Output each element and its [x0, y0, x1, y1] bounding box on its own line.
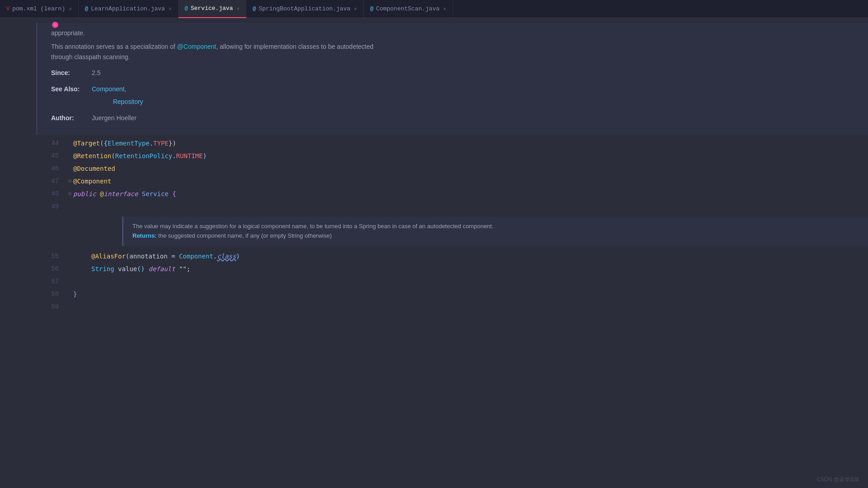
ln-56: 56: [41, 263, 68, 275]
ln-59: 59: [41, 300, 68, 313]
ln-58: 58: [41, 288, 68, 300]
doc-text-appropriate: appropriate.: [51, 28, 859, 38]
ln-46: 46: [41, 162, 68, 175]
inline-doc-text: The value may indicate a suggestion for …: [132, 222, 859, 231]
tab-icon-service: @: [185, 5, 188, 12]
component-ref: @Component: [177, 43, 217, 50]
annotation-target: @Target: [73, 140, 100, 147]
code-line-49: 49: [41, 200, 868, 213]
tab-component[interactable]: @ ComponentScan.java ✕: [364, 0, 453, 18]
code-line-59: 59: [41, 300, 868, 313]
ln-44: 44: [41, 137, 68, 150]
tab-close-pom[interactable]: ✕: [69, 6, 72, 12]
code-44: @Target({ElementType.TYPE}): [73, 137, 176, 150]
tab-service[interactable]: @ Service.java ✕: [179, 0, 246, 18]
code-section: 44 @Target({ElementType.TYPE}) 45 @Reten…: [41, 137, 868, 313]
author-value: Juergen Hoeller: [92, 112, 137, 124]
main-content: appropriate. This annotation serves as a…: [0, 18, 868, 488]
tab-learn[interactable]: @ LearnApplication.java ✕: [79, 0, 179, 18]
tab-label-component: ComponentScan.java: [376, 5, 439, 12]
doc-block-top: appropriate. This annotation serves as a…: [36, 23, 868, 135]
code-56: String value() default "";: [91, 263, 190, 275]
returns-label: Returns:: [132, 232, 156, 239]
ln-55: 55: [41, 250, 68, 263]
tab-label-springboot: SpringBootApplication.java: [259, 5, 350, 12]
code-line-44: 44 @Target({ElementType.TYPE}): [41, 137, 868, 150]
ln-49: 49: [41, 200, 68, 213]
code-line-46: 46 @Documented: [41, 162, 868, 175]
code-45: @Retention(RetentionPolicy.RUNTIME): [73, 150, 207, 162]
inline-doc-container: The value may indicate a suggestion for …: [77, 216, 868, 246]
tab-icon-springboot: @: [253, 6, 256, 12]
tab-label-service: Service.java: [191, 5, 233, 12]
tab-close-springboot[interactable]: ✕: [354, 6, 357, 12]
code-line-48: 48 ⊖ public @interface Service {: [41, 188, 868, 200]
inline-doc-returns: Returns: the suggested component name, i…: [132, 231, 859, 241]
line-numbers: [0, 18, 36, 488]
author-label: Author:: [51, 112, 92, 124]
since-row: Since: 2.5: [51, 66, 859, 79]
inline-doc: The value may indicate a suggestion for …: [122, 216, 868, 246]
see-also-row: See Also: Component, Repository: [51, 83, 859, 108]
code-line-45: 45 @Retention(RetentionPolicy.RUNTIME): [41, 150, 868, 162]
tab-pom[interactable]: V pom.xml (learn) ✕: [0, 0, 79, 18]
ln-45: 45: [41, 150, 68, 162]
tab-label-learn: LearnApplication.java: [91, 5, 165, 12]
tab-icon-pom: V: [6, 6, 9, 12]
fold-47: ⊖: [68, 175, 73, 188]
code-48: public @interface Service {: [73, 188, 176, 200]
code-line-55: 55 @AliasFor(annotation = Component.clas…: [41, 250, 868, 263]
code-46: @Documented: [73, 162, 115, 175]
tab-label-pom: pom.xml (learn): [12, 5, 65, 12]
tab-bar: V pom.xml (learn) ✕ @ LearnApplication.j…: [0, 0, 868, 18]
repository-link[interactable]: Repository: [113, 98, 143, 105]
see-also-label: See Also:: [51, 83, 92, 95]
see-also-links: Component, Repository: [92, 83, 143, 108]
ln-57: 57: [41, 275, 68, 288]
component-link[interactable]: Component: [92, 85, 124, 93]
code-47: @Component: [73, 175, 111, 188]
code-line-58: 58 }: [41, 288, 868, 300]
code-55: @AliasFor(annotation = Component.class): [91, 250, 240, 263]
since-label: Since:: [51, 66, 92, 79]
tab-close-service[interactable]: ✕: [236, 5, 240, 11]
tab-close-learn[interactable]: ✕: [169, 6, 172, 12]
tab-icon-component: @: [370, 6, 373, 12]
ln-47: 47: [41, 175, 68, 188]
code-line-56: 56 String value() default "";: [41, 263, 868, 275]
cursor-indicator: [52, 22, 58, 28]
code-line-57: 57: [41, 275, 868, 288]
doc-metadata: Since: 2.5 See Also: Component, Reposito…: [51, 66, 859, 124]
code-line-47: 47 ⊖ @Component: [41, 175, 868, 188]
fold-48: ⊖: [68, 188, 73, 200]
author-row: Author: Juergen Hoeller: [51, 112, 859, 124]
doc-text-annotation: This annotation serves as a specializati…: [51, 42, 859, 62]
tab-icon-learn: @: [85, 6, 88, 12]
returns-text: the suggested component name, if any (or…: [158, 232, 332, 239]
tab-springboot[interactable]: @ SpringBootApplication.java ✕: [246, 0, 364, 18]
since-value: 2.5: [92, 66, 100, 79]
code-58: }: [73, 288, 77, 300]
tab-close-component[interactable]: ✕: [443, 6, 446, 12]
ln-48: 48: [41, 188, 68, 200]
editor-container: appropriate. This annotation serves as a…: [0, 18, 868, 488]
watermark: CSDN @孟华328: [816, 476, 859, 483]
editor-body[interactable]: appropriate. This annotation serves as a…: [36, 18, 868, 488]
